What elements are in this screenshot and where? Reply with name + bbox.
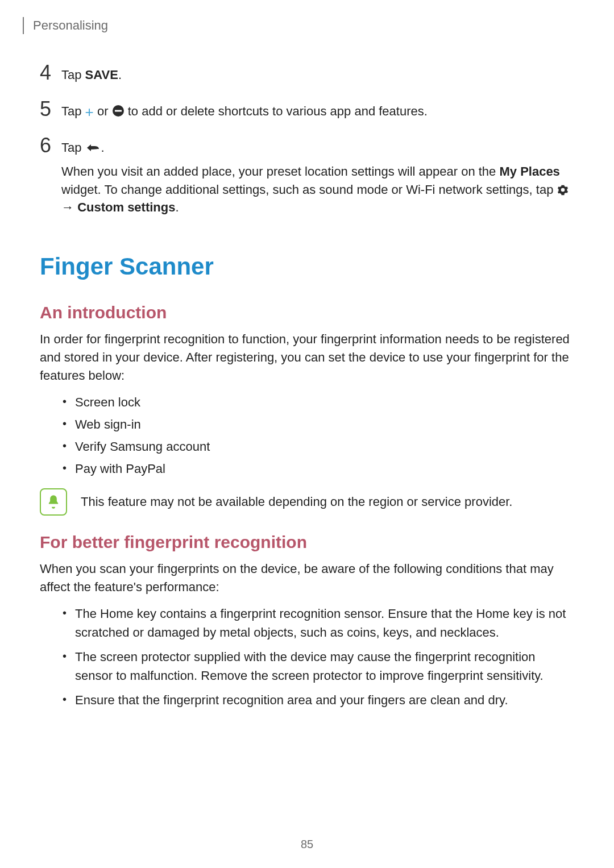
gear-icon [557,184,569,196]
list-item: Ensure that the fingerprint recognition … [63,691,574,709]
step-6-line2b: My Places [499,164,559,178]
back-arrow-icon [85,142,101,153]
better-paragraph: When you scan your fingerprints on the d… [40,560,574,596]
step-5-suffix: to add or delete shortcuts to various ap… [128,104,428,118]
step-5-mid: or [97,104,112,118]
list-item: Screen lock [63,393,574,412]
step-6-body: Tap . When you visit an added place, you… [61,135,574,219]
step-4-bold: SAVE [85,68,118,82]
page-number: 85 [0,838,614,851]
step-6-arrow: → [61,200,77,214]
intro-bullet-list: Screen lock Web sign-in Verify Samsung a… [40,393,574,478]
section-header-text: Personalising [33,18,108,33]
list-item: Web sign-in [63,415,574,434]
step-6: 6 Tap . When you visit an added place, y… [40,135,574,219]
intro-paragraph: In order for fingerprint recognition to … [40,330,574,385]
step-5-body: Tap + or to add or delete shortcuts to v… [61,99,574,123]
note-callout: This feature may not be available depend… [40,488,574,516]
step-6-number: 6 [40,135,61,156]
intro-heading: An introduction [40,303,574,322]
step-5-number: 5 [40,99,61,119]
step-6-line1-suffix: . [101,140,105,155]
step-6-line2e: Custom settings [77,200,175,214]
section-header: Personalising [23,17,574,34]
step-4-text-prefix: Tap [61,68,85,82]
page-title: Finger Scanner [40,253,574,280]
minus-circle-icon [112,105,125,117]
note-text: This feature may not be available depend… [81,493,512,511]
step-6-line2f: . [175,200,179,214]
list-item: Pay with PayPal [63,459,574,478]
list-item: The screen protector supplied with the d… [63,647,574,685]
step-4-body: Tap SAVE. [61,63,574,86]
list-item: The Home key contains a fingerprint reco… [63,604,574,642]
step-6-line2c: widget. To change additional settings, s… [61,182,557,197]
list-item: Verify Samsung account [63,437,574,456]
step-5: 5 Tap + or to add or delete shortcuts to… [40,99,574,123]
better-bullet-list: The Home key contains a fingerprint reco… [40,604,574,709]
step-4: 4 Tap SAVE. [40,63,574,86]
step-4-number: 4 [40,63,61,83]
step-5-prefix: Tap [61,104,85,118]
step-4-text-suffix: . [118,68,122,82]
svg-rect-1 [115,110,122,111]
bell-icon [40,488,67,516]
step-6-line2a: When you visit an added place, your pres… [61,164,499,178]
step-6-line1-prefix: Tap [61,140,85,155]
better-heading: For better fingerprint recognition [40,533,574,552]
